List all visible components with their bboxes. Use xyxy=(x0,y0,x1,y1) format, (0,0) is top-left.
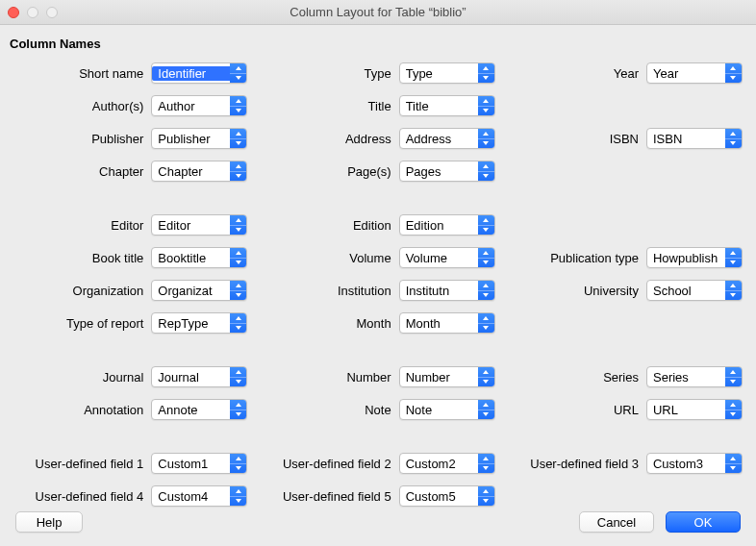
chevron-updown-icon[interactable] xyxy=(230,161,246,181)
combo-value: School xyxy=(647,284,725,298)
combo-value: ISBN xyxy=(647,132,725,146)
label-pages: Page(s) xyxy=(347,164,391,179)
label-number: Number xyxy=(346,370,391,385)
combo-value: RepType xyxy=(152,316,230,331)
combo-type-of-report[interactable]: RepType xyxy=(151,312,247,334)
combo-url[interactable]: URL xyxy=(646,399,743,420)
field-publisher: Publisher Publisher xyxy=(12,126,247,151)
close-icon[interactable] xyxy=(8,7,19,18)
chevron-updown-icon[interactable] xyxy=(478,400,494,419)
label-journal: Journal xyxy=(103,370,144,385)
chevron-updown-icon[interactable] xyxy=(230,96,246,115)
empty-cell xyxy=(507,212,743,237)
combo-note[interactable]: Note xyxy=(399,399,495,420)
combo-short-name[interactable]: Identifier xyxy=(151,62,247,84)
chevron-updown-icon[interactable] xyxy=(478,161,494,181)
field-year: Year Year xyxy=(507,61,743,86)
combo-user2[interactable]: Custom2 xyxy=(399,453,495,474)
label-publication-type: Publication type xyxy=(550,251,639,265)
field-chapter: Chapter Chapter xyxy=(12,159,247,184)
combo-annotation[interactable]: Annote xyxy=(151,399,247,420)
chevron-updown-icon[interactable] xyxy=(230,367,246,386)
combo-volume[interactable]: Volume xyxy=(399,247,495,268)
chevron-updown-icon[interactable] xyxy=(725,248,742,267)
combo-authors[interactable]: Author xyxy=(151,95,247,116)
label-user1: User-defined field 1 xyxy=(36,457,144,471)
combo-value: Author xyxy=(152,99,230,113)
chevron-updown-icon[interactable] xyxy=(478,313,494,333)
chevron-updown-icon[interactable] xyxy=(725,281,742,300)
combo-university[interactable]: School xyxy=(646,280,743,301)
field-short-name: Short name Identifier xyxy=(12,61,247,86)
combo-value: Annote xyxy=(152,403,230,417)
combo-publication-type[interactable]: Howpublish xyxy=(646,247,743,268)
combo-type[interactable]: Type xyxy=(399,62,495,84)
field-user3: User-defined field 3 Custom3 xyxy=(507,451,743,476)
chevron-updown-icon[interactable] xyxy=(725,454,742,473)
combo-edition[interactable]: Edition xyxy=(399,214,495,236)
chevron-updown-icon[interactable] xyxy=(478,129,494,148)
field-annotation: Annotation Annote xyxy=(12,397,247,422)
chevron-updown-icon[interactable] xyxy=(230,215,246,235)
combo-number[interactable]: Number xyxy=(399,366,495,387)
combo-year[interactable]: Year xyxy=(646,62,743,84)
label-publisher: Publisher xyxy=(91,132,143,146)
chevron-updown-icon[interactable] xyxy=(478,248,494,267)
combo-value: Editor xyxy=(152,218,230,233)
chevron-updown-icon[interactable] xyxy=(230,248,246,267)
combo-editor[interactable]: Editor xyxy=(151,214,247,236)
combo-pages[interactable]: Pages xyxy=(399,161,495,182)
combo-value: Institutn xyxy=(400,284,478,298)
label-note: Note xyxy=(365,403,391,417)
label-user2: User-defined field 2 xyxy=(283,457,391,471)
combo-chapter[interactable]: Chapter xyxy=(151,161,247,182)
combo-series[interactable]: Series xyxy=(646,366,743,387)
chevron-updown-icon[interactable] xyxy=(725,400,742,419)
combo-value: Pages xyxy=(400,164,478,179)
combo-address[interactable]: Address xyxy=(399,128,495,149)
chevron-updown-icon[interactable] xyxy=(478,281,494,300)
help-button[interactable]: Help xyxy=(15,511,83,533)
combo-value: Volume xyxy=(400,251,478,265)
empty-cell xyxy=(507,310,743,335)
field-institution: Institution Institutn xyxy=(259,278,494,303)
chevron-updown-icon[interactable] xyxy=(478,96,494,115)
chevron-updown-icon[interactable] xyxy=(725,367,742,386)
ok-button[interactable]: OK xyxy=(666,511,741,533)
combo-value: URL xyxy=(647,403,725,417)
combo-isbn[interactable]: ISBN xyxy=(646,128,743,149)
combo-publisher[interactable]: Publisher xyxy=(151,128,247,149)
combo-value: Journal xyxy=(152,370,230,385)
chevron-updown-icon[interactable] xyxy=(478,215,494,235)
chevron-updown-icon[interactable] xyxy=(725,63,742,83)
combo-value: Month xyxy=(400,316,478,331)
chevron-updown-icon[interactable] xyxy=(478,63,494,83)
chevron-updown-icon[interactable] xyxy=(725,129,742,148)
field-user2: User-defined field 2 Custom2 xyxy=(259,451,494,476)
combo-value: Note xyxy=(400,403,478,417)
combo-journal[interactable]: Journal xyxy=(151,366,247,387)
chevron-updown-icon[interactable] xyxy=(230,454,246,473)
titlebar: Column Layout for Table “biblio” xyxy=(0,0,756,25)
combo-book-title[interactable]: Booktitle xyxy=(151,247,247,268)
combo-institution[interactable]: Institutn xyxy=(399,280,495,301)
combo-value: Identifier xyxy=(152,66,230,81)
combo-title[interactable]: Title xyxy=(399,95,495,116)
cancel-button[interactable]: Cancel xyxy=(579,511,654,533)
combo-organization[interactable]: Organizat xyxy=(151,280,247,301)
chevron-updown-icon[interactable] xyxy=(230,281,246,300)
label-user3: User-defined field 3 xyxy=(530,457,639,471)
combo-user1[interactable]: Custom1 xyxy=(151,453,247,474)
combo-user3[interactable]: Custom3 xyxy=(646,453,743,474)
chevron-updown-icon[interactable] xyxy=(230,313,246,333)
chevron-updown-icon[interactable] xyxy=(478,454,494,473)
chevron-updown-icon[interactable] xyxy=(230,129,246,148)
chevron-updown-icon[interactable] xyxy=(230,63,246,83)
group-separator xyxy=(12,191,743,205)
chevron-updown-icon[interactable] xyxy=(478,367,494,386)
label-institution: Institution xyxy=(338,284,391,298)
field-series: Series Series xyxy=(507,364,743,389)
chevron-updown-icon[interactable] xyxy=(230,400,246,419)
window-controls xyxy=(8,7,58,18)
combo-month[interactable]: Month xyxy=(399,312,495,334)
